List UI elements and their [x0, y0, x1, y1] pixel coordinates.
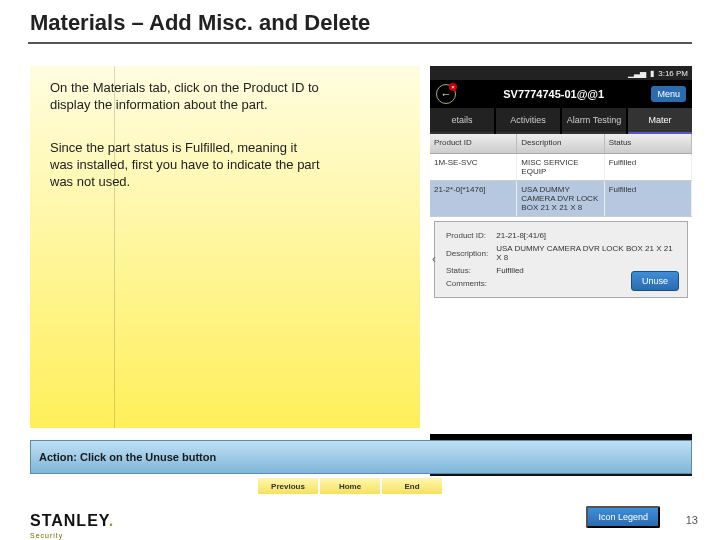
end-button[interactable]: End — [382, 478, 442, 494]
tab-materials[interactable]: Mater — [628, 108, 692, 134]
close-icon[interactable]: × — [449, 83, 457, 91]
table-row[interactable]: 21-2*-0[*1476] USA DUMMY CAMERA DVR LOCK… — [430, 181, 692, 217]
phone-header: ←× SV7774745-01@@1 Menu — [430, 80, 692, 108]
back-icon[interactable]: ←× — [436, 84, 456, 104]
action-text: Action: Click on the Unuse button — [39, 451, 216, 463]
detail-panel: ‹ Product ID:21-21-8[:41/6] Description:… — [434, 221, 688, 298]
action-bar: Action: Click on the Unuse button — [30, 440, 692, 474]
page-number: 13 — [686, 514, 698, 526]
signal-icon: ▁▃▅ — [628, 69, 646, 78]
th-product-id: Product ID — [430, 134, 517, 153]
cell: USA DUMMY CAMERA DVR LOCK BOX 21 X 21 X … — [517, 181, 604, 216]
content-area: On the Materials tab, click on the Produ… — [30, 66, 692, 476]
icon-legend-button[interactable]: Icon Legend — [586, 506, 660, 528]
table-row[interactable]: 1M-SE-SVC MISC SERVICE EQUIP Fulfilled — [430, 154, 692, 181]
detail-value: 21-21-8[:41/6] — [493, 230, 679, 241]
cell: 21-2*-0[*1476] — [430, 181, 517, 216]
previous-button[interactable]: Previous — [258, 478, 318, 494]
status-time: 3:16 PM — [658, 69, 688, 78]
table-head: Product ID Description Status — [430, 134, 692, 154]
battery-icon: ▮ — [650, 69, 654, 78]
panel-divider — [114, 66, 115, 428]
phone-tabs: etails Activities Alarm Testing Mater — [430, 108, 692, 134]
instruction-panel: On the Materials tab, click on the Produ… — [30, 66, 420, 428]
page-title: Materials – Add Misc. and Delete — [30, 10, 370, 36]
th-description: Description — [517, 134, 604, 153]
detail-label: Comments: — [443, 278, 491, 289]
detail-label: Status: — [443, 265, 491, 276]
tab-alarm-testing[interactable]: Alarm Testing — [562, 108, 626, 134]
phone-status-bar: ▁▃▅ ▮ 3:16 PM — [430, 66, 692, 80]
detail-value: USA DUMMY CAMERA DVR LOCK BOX 21 X 21 X … — [493, 243, 679, 263]
phone-body: Product ID Description Status 1M-SE-SVC … — [430, 134, 692, 434]
brand-logo: STANLEY. — [30, 512, 114, 530]
home-button[interactable]: Home — [320, 478, 380, 494]
phone-title: SV7774745-01@@1 — [503, 88, 604, 100]
th-status: Status — [605, 134, 692, 153]
tab-details[interactable]: etails — [430, 108, 494, 134]
instruction-paragraph: On the Materials tab, click on the Produ… — [50, 80, 320, 114]
detail-label: Product ID: — [443, 230, 491, 241]
instruction-paragraph: Since the part status is Fulfilled, mean… — [50, 140, 320, 191]
brand-subtitle: Security — [30, 532, 63, 539]
phone-screenshot: ▁▃▅ ▮ 3:16 PM ←× SV7774745-01@@1 Menu et… — [430, 66, 692, 476]
cell: MISC SERVICE EQUIP — [517, 154, 604, 180]
cell: Fulfilled — [605, 154, 692, 180]
menu-button[interactable]: Menu — [651, 86, 686, 102]
detail-label: Description: — [443, 243, 491, 263]
nav-buttons: Previous Home End — [258, 478, 442, 494]
cell: 1M-SE-SVC — [430, 154, 517, 180]
cell: Fulfilled — [605, 181, 692, 216]
tab-activities[interactable]: Activities — [496, 108, 560, 134]
title-rule — [28, 42, 692, 44]
unuse-button[interactable]: Unuse — [631, 271, 679, 291]
chevron-left-icon[interactable]: ‹ — [432, 252, 436, 266]
